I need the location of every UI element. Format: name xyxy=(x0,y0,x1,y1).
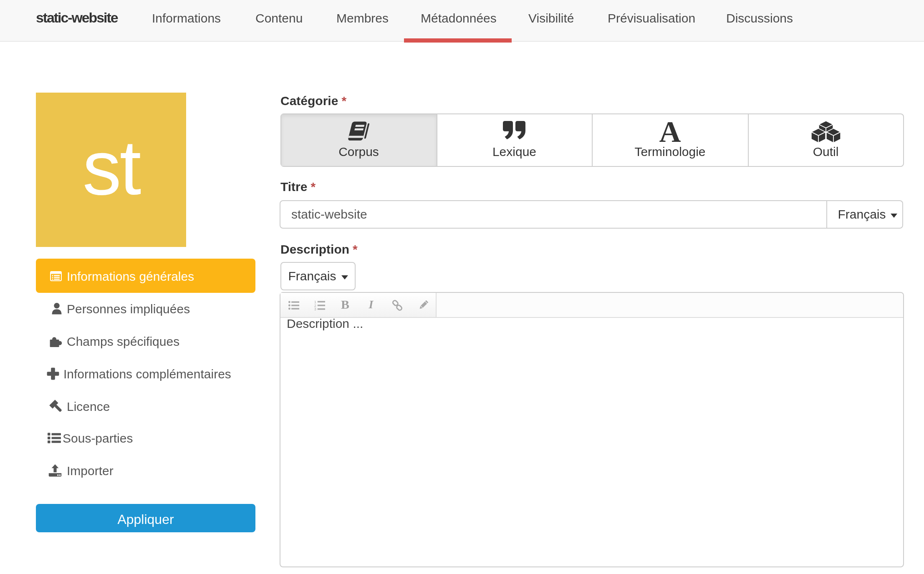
svg-text:3: 3 xyxy=(314,307,316,310)
